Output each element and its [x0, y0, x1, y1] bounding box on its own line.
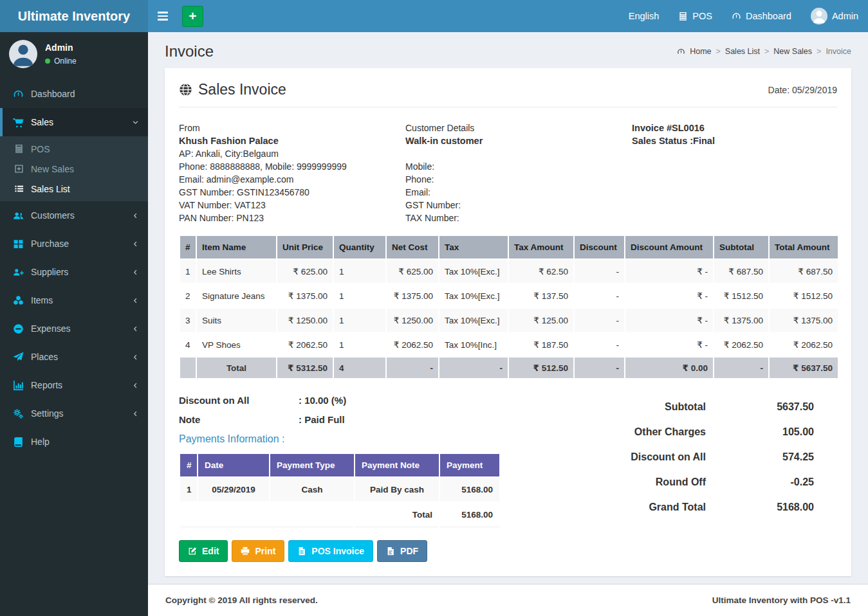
breadcrumb-home-icon [677, 48, 685, 56]
globe-icon [179, 83, 192, 96]
nav-dashboard-label: Dashboard [746, 11, 791, 21]
paper-plane-icon [13, 352, 24, 363]
dashboard-gauge-icon [13, 89, 24, 100]
from-line: AP: Ankali, City:Belgaum [179, 147, 405, 160]
top-navbar: Ultimate Inventory + English POS Dashboa… [0, 0, 868, 32]
from-line: GST Number: GSTIN123456780 [179, 186, 405, 199]
table-row: 4 VP Shoes ₹ 2062.50 1 ₹ 2062.50 Tax 10%… [180, 332, 838, 357]
table-row: 1 Lee Shirts ₹ 625.00 1 ₹ 625.00 Tax 10%… [180, 259, 838, 284]
user-menu[interactable]: Admin [801, 0, 868, 32]
app-window: Ultimate Inventory + English POS Dashboa… [0, 0, 868, 616]
quick-add-button[interactable]: + [182, 6, 203, 27]
sidebar-menu: Dashboard Sales POS New Sales Sales [0, 80, 148, 456]
col-header: Tax Amount [508, 235, 574, 259]
invoice-meta-block: Invoice #SL0016 Sales Status :Final [632, 122, 837, 224]
sidebar-item-sales[interactable]: Sales [0, 108, 148, 136]
sidebar-item-help[interactable]: Help [0, 428, 148, 456]
sidebar-item-places[interactable]: Places [0, 343, 148, 371]
navbar: + English POS Dashboard Admin [148, 0, 868, 32]
sales-status: Sales Status :Final [632, 134, 837, 147]
from-line: Phone: 8888888888, Mobile: 9999999999 [179, 160, 405, 173]
online-dot-icon [45, 59, 50, 64]
invoice-number: Invoice #SL0016 [632, 122, 837, 134]
grid-icon [13, 239, 24, 249]
pos-invoice-button[interactable]: POS Invoice [288, 540, 373, 562]
gears-icon [13, 408, 24, 419]
language-menu[interactable]: English [619, 0, 669, 32]
user-avatar-icon [811, 8, 827, 24]
note-row: Note : Paid Full [179, 414, 538, 425]
summary-row-subtotal: Subtotal 5637.50 [538, 401, 814, 413]
breadcrumb-new-sales[interactable]: New Sales [773, 47, 812, 56]
sidebar-toggle-button[interactable] [148, 0, 178, 32]
app-logo[interactable]: Ultimate Inventory [0, 0, 148, 32]
sales-submenu: POS New Sales Sales List [0, 136, 148, 201]
sidebar-item-customers[interactable]: Customers [0, 201, 148, 230]
table-row: 3 Suits ₹ 1250.00 1 ₹ 1250.00 Tax 10%[Ex… [180, 308, 838, 332]
edit-button[interactable]: Edit [179, 540, 228, 562]
sidebar-item-dashboard[interactable]: Dashboard [0, 80, 148, 108]
footer-copyright: Copyright © 2019 All rights reserved. [165, 595, 318, 605]
chevron-left-icon [132, 240, 139, 248]
from-line: Email: admin@example.com [179, 173, 405, 186]
customer-name: Walk-in customer [405, 134, 632, 147]
summary-row-discount: Discount on All 574.25 [538, 451, 814, 463]
col-header: # [180, 235, 196, 259]
sidebar-item-purchase[interactable]: Purchase [0, 230, 148, 258]
from-line: VAT Number: VAT123 [179, 199, 405, 212]
customer-line: Phone: [405, 173, 632, 186]
sidebar-item-expenses[interactable]: Expenses [0, 314, 148, 343]
col-header: Discount Amount [625, 235, 714, 259]
book-icon [13, 437, 24, 448]
pdf-button[interactable]: PDF [377, 540, 427, 562]
from-block: From Khush Fashion Palace AP: Ankali, Ci… [179, 122, 405, 224]
from-heading: From [179, 122, 405, 134]
breadcrumb-home[interactable]: Home [690, 47, 711, 56]
col-header: Payment Type [270, 453, 355, 477]
nav-dashboard-link[interactable]: Dashboard [722, 0, 801, 32]
chevron-left-icon [132, 382, 139, 389]
chevron-left-icon [132, 325, 139, 332]
navbar-right-menu: English POS Dashboard Admin [619, 0, 868, 32]
discount-on-all-row: Discount on All : 10.00 (%) [179, 395, 538, 406]
sidebar-item-settings[interactable]: Settings [0, 399, 148, 428]
sidebar-item-items[interactable]: Items [0, 286, 148, 314]
breadcrumb-current: Invoice [826, 47, 851, 56]
breadcrumb-sales-list[interactable]: Sales List [725, 47, 760, 56]
nav-pos-link[interactable]: POS [669, 0, 722, 32]
user-menu-label: Admin [832, 11, 858, 21]
list-icon [14, 184, 24, 194]
sidebar-item-new-sales[interactable]: New Sales [0, 159, 148, 179]
col-header: Total Amount [769, 235, 838, 259]
payments-total-value: 5168.00 [439, 502, 500, 527]
col-header: Discount [574, 235, 625, 259]
plus-square-icon [14, 164, 24, 174]
sidebar-user-panel: Admin Online [0, 32, 148, 77]
customer-line: Email: [405, 186, 632, 199]
col-header: Subtotal [714, 235, 769, 259]
chevron-left-icon [132, 212, 139, 219]
sidebar-item-suppliers[interactable]: Suppliers [0, 258, 148, 286]
sidebar-item-reports[interactable]: Reports [0, 371, 148, 399]
sidebar-user-status[interactable]: Online [45, 57, 77, 66]
payments-total-row: Total 5168.00 [180, 502, 500, 527]
sidebar-item-sales-list[interactable]: Sales List [0, 179, 148, 199]
note-label: Note [179, 414, 299, 425]
page-footer: Copyright © 2019 All rights reserved. Ul… [148, 584, 868, 616]
from-line: PAN Number: PN123 [179, 212, 405, 224]
language-label: English [629, 11, 660, 21]
cart-icon [13, 117, 24, 128]
col-header: Unit Price [277, 235, 333, 259]
nav-pos-label: POS [692, 11, 712, 21]
table-row: 2 Signature Jeans ₹ 1375.00 1 ₹ 1375.00 … [180, 284, 838, 308]
items-header-row: # Item Name Unit Price Quantity Net Cost… [180, 235, 838, 259]
edit-pencil-icon [188, 547, 197, 556]
payments-heading: Payments Information : [179, 433, 538, 445]
content-header: Invoice Home > Sales List > New Sales > … [148, 32, 868, 64]
col-header: Payment Note [355, 453, 439, 477]
summary-row-other-charges: Other Charges 105.00 [538, 426, 814, 438]
print-button[interactable]: Print [232, 540, 284, 562]
payments-header-row: # Date Payment Type Payment Note Payment [180, 453, 500, 477]
sidebar-item-pos[interactable]: POS [0, 139, 148, 159]
col-header: Tax [439, 235, 508, 259]
